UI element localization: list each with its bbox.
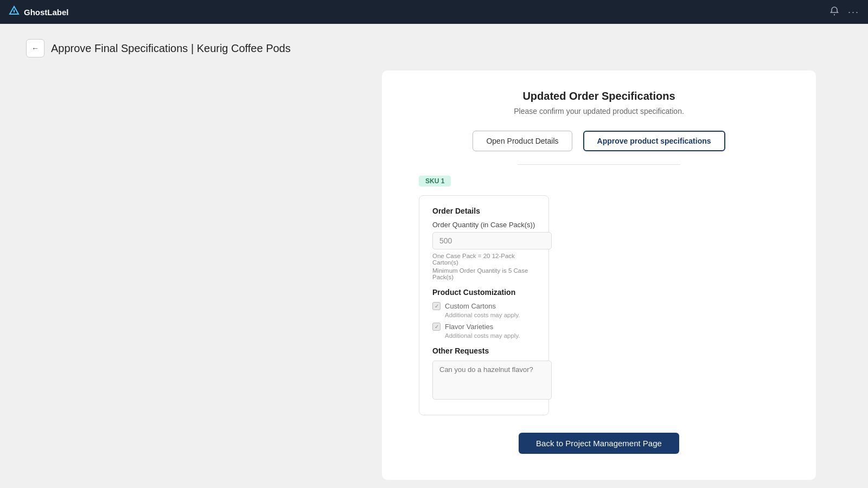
- topnav-left: GhostLabel: [9, 5, 69, 19]
- sku-badge: SKU 1: [419, 176, 451, 187]
- flavor-varieties-label: Flavor Varieties: [445, 323, 493, 331]
- sku-section: SKU 1 Order Details Order Quantity (in C…: [408, 176, 790, 415]
- other-requests-input[interactable]: [432, 361, 552, 400]
- divider: [518, 164, 680, 165]
- page-wrapper: ← Approve Final Specifications | Keurig …: [0, 24, 868, 488]
- back-arrow-icon: ←: [31, 44, 39, 53]
- logo-icon: [9, 5, 20, 19]
- brand-name: GhostLabel: [24, 8, 69, 17]
- flavor-varieties-checkbox[interactable]: ✓: [432, 323, 441, 331]
- quantity-label: Order Quantity (in Case Pack(s)): [432, 221, 535, 229]
- customization-title: Product Customization: [432, 288, 535, 297]
- custom-cartons-row: ✓ Custom Cartons: [432, 302, 535, 310]
- center-wrap: Updated Order Specifications Please conf…: [26, 70, 842, 480]
- topnav: GhostLabel ···: [0, 0, 868, 24]
- order-details-title: Order Details: [432, 207, 535, 215]
- hint1: One Case Pack = 20 12-Pack Carton(s): [432, 253, 535, 266]
- checkmark-icon-2: ✓: [435, 324, 439, 330]
- notification-icon[interactable]: [829, 6, 839, 18]
- back-to-project-button[interactable]: Back to Project Management Page: [519, 433, 679, 454]
- back-button[interactable]: ←: [26, 39, 44, 57]
- custom-cartons-label: Custom Cartons: [445, 302, 496, 310]
- hint2: Minimum Order Quantity is 5 Case Pack(s): [432, 267, 535, 280]
- other-requests-title: Other Requests: [432, 346, 535, 355]
- page-title-row: ← Approve Final Specifications | Keurig …: [26, 39, 291, 57]
- main-card: Updated Order Specifications Please conf…: [382, 70, 816, 480]
- topnav-right: ···: [829, 6, 859, 18]
- flavor-varieties-hint: Additional costs may apply.: [445, 332, 535, 339]
- action-row: Open Product Details Approve product spe…: [408, 131, 790, 151]
- bottom-row: Back to Project Management Page: [408, 433, 790, 454]
- flavor-varieties-row: ✓ Flavor Varieties: [432, 323, 535, 331]
- form-card: Order Details Order Quantity (in Case Pa…: [419, 195, 549, 415]
- custom-cartons-checkbox[interactable]: ✓: [432, 302, 441, 310]
- checkmark-icon: ✓: [435, 303, 439, 309]
- more-icon[interactable]: ···: [848, 7, 859, 18]
- card-subheading: Please confirm your updated product spec…: [408, 107, 790, 115]
- approve-specifications-button[interactable]: Approve product specifications: [583, 131, 725, 151]
- page-title: Approve Final Specifications | Keurig Co…: [51, 42, 291, 55]
- quantity-input[interactable]: [432, 232, 552, 249]
- custom-cartons-hint: Additional costs may apply.: [445, 312, 535, 318]
- card-heading: Updated Order Specifications: [408, 90, 790, 102]
- open-product-details-button[interactable]: Open Product Details: [473, 131, 572, 151]
